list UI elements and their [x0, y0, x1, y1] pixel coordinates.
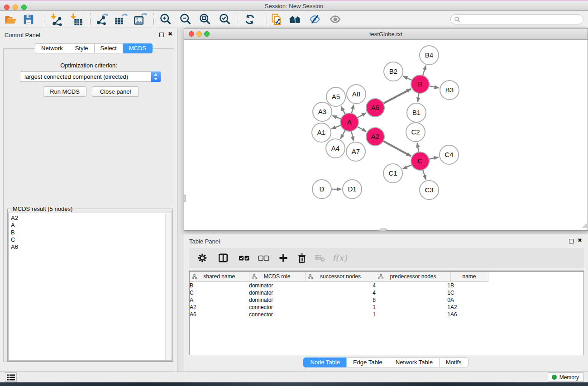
- node-table[interactable]: shared nameMCDS rolesuccessor nodesprede…: [189, 271, 584, 355]
- table-cell[interactable]: B: [190, 281, 249, 289]
- table-cell[interactable]: 1: [376, 304, 450, 311]
- graph-edge-C-C2[interactable]: [417, 143, 419, 152]
- graph-edge-C-C3[interactable]: [423, 170, 426, 180]
- close-table-panel-icon[interactable]: ✖: [578, 237, 582, 243]
- result-list-item[interactable]: A6: [11, 243, 165, 251]
- graph-node-A5[interactable]: A5: [326, 87, 345, 106]
- table-cell[interactable]: A2: [450, 304, 488, 311]
- graph-edge-A-A3[interactable]: [332, 116, 341, 119]
- graph-edge-A-A6[interactable]: [357, 113, 366, 118]
- graph-edge-A2-C[interactable]: [383, 141, 411, 156]
- column-header-shared-name[interactable]: shared name: [190, 272, 249, 281]
- tab-select[interactable]: Select: [94, 43, 123, 53]
- table-cell[interactable]: 1: [376, 311, 450, 318]
- vertical-scroll-handle[interactable]: [184, 195, 186, 202]
- delete-column-trash-icon[interactable]: [297, 253, 306, 263]
- graph-edge-B-B4[interactable]: [423, 66, 426, 76]
- close-panel-icon[interactable]: ✖: [168, 31, 172, 37]
- horizontal-scroll-handle[interactable]: [380, 229, 387, 231]
- table-cell[interactable]: dominator: [249, 296, 305, 304]
- float-table-panel-icon[interactable]: [569, 239, 574, 243]
- graph-node-B1[interactable]: B1: [407, 103, 426, 122]
- resize-grip-icon[interactable]: [581, 222, 587, 230]
- task-history-button[interactable]: [5, 372, 17, 382]
- graph-node-A2[interactable]: A2: [366, 128, 384, 146]
- table-cell[interactable]: 4: [305, 289, 376, 296]
- network-window-titlebar[interactable]: testGlobe.txt: [184, 29, 588, 40]
- graph-node-C2[interactable]: C2: [406, 123, 425, 142]
- import-table-icon[interactable]: [69, 12, 84, 27]
- graph-node-C3[interactable]: C3: [420, 181, 439, 200]
- show-all-eye-icon[interactable]: [327, 12, 343, 27]
- tab-mcds[interactable]: MCDS: [123, 43, 153, 53]
- graph-edge-B-B2[interactable]: [403, 76, 412, 80]
- graph-node-B2[interactable]: B2: [384, 62, 403, 81]
- graph-edge-A-A5[interactable]: [341, 106, 345, 114]
- criterion-select[interactable]: largest connected component (directed): [20, 71, 161, 82]
- result-scrollbar[interactable]: [165, 213, 172, 360]
- column-header-MCDS-role[interactable]: MCDS role: [249, 272, 305, 281]
- deselect-all-checks-icon[interactable]: [258, 253, 269, 263]
- open-session-icon[interactable]: [3, 12, 18, 27]
- table-cell[interactable]: connector: [249, 311, 305, 318]
- tab-style[interactable]: Style: [69, 43, 95, 53]
- graph-node-A6[interactable]: A6: [366, 99, 384, 117]
- graph-node-B3[interactable]: B3: [440, 81, 459, 100]
- graph-node-B[interactable]: B: [411, 75, 429, 93]
- split-column-icon[interactable]: [218, 253, 229, 263]
- result-list-item[interactable]: A2: [11, 214, 165, 222]
- graph-edge-C-C4[interactable]: [429, 157, 439, 159]
- table-cell[interactable]: A: [450, 296, 488, 304]
- tab-edge-table[interactable]: Edge Table: [346, 357, 389, 367]
- zoom-in-icon[interactable]: [158, 12, 173, 27]
- export-network-icon[interactable]: [94, 12, 110, 27]
- table-cell[interactable]: A6: [450, 311, 488, 318]
- graph-node-A3[interactable]: A3: [313, 102, 332, 121]
- memory-button[interactable]: Memory: [548, 372, 584, 382]
- add-column-plus-icon[interactable]: [278, 253, 288, 263]
- float-panel-icon[interactable]: [159, 33, 164, 37]
- table-cell[interactable]: 4: [305, 281, 376, 289]
- result-list-item[interactable]: B: [11, 229, 165, 236]
- column-header-predecessor-nodes[interactable]: predecessor nodes: [376, 272, 450, 281]
- column-header-name[interactable]: name: [450, 272, 488, 281]
- table-cell[interactable]: 1: [305, 304, 376, 311]
- tab-motifs[interactable]: Motifs: [439, 357, 468, 367]
- table-cell[interactable]: 1: [305, 311, 376, 318]
- table-cell[interactable]: 0: [376, 296, 450, 304]
- graph-edge-A-A7[interactable]: [351, 131, 354, 141]
- refresh-icon[interactable]: [242, 12, 258, 27]
- export-table-icon[interactable]: [113, 12, 129, 27]
- run-mcds-button[interactable]: Run MCDS: [43, 86, 86, 97]
- table-cell[interactable]: A2: [190, 304, 249, 311]
- close-panel-button[interactable]: Close panel: [92, 86, 139, 97]
- table-row[interactable]: Cdominator41C: [190, 289, 584, 296]
- table-row[interactable]: Bdominator41B: [190, 281, 584, 289]
- table-row[interactable]: Adominator80A: [190, 296, 584, 304]
- home-icon[interactable]: [287, 12, 303, 27]
- graph-node-B4[interactable]: B4: [420, 46, 439, 65]
- graph-node-A4[interactable]: A4: [326, 139, 345, 158]
- hide-selected-eye-slash-icon[interactable]: [307, 12, 322, 27]
- graph-edge-C-C1[interactable]: [403, 165, 412, 169]
- table-row[interactable]: A2connector11A2: [190, 304, 584, 311]
- table-cell[interactable]: 1: [376, 281, 450, 289]
- save-session-icon[interactable]: [21, 12, 36, 27]
- zoom-fit-icon[interactable]: [197, 12, 213, 27]
- network-canvas[interactable]: B4B2BB3A8A5A6A3B1AA1C2A2A4A7C4CC1C3DD1: [184, 40, 588, 230]
- table-cell[interactable]: A: [190, 296, 249, 304]
- table-cell[interactable]: C: [450, 289, 488, 296]
- tab-network[interactable]: Network: [35, 43, 69, 53]
- table-cell[interactable]: 8: [305, 296, 376, 304]
- graph-node-A8[interactable]: A8: [347, 85, 366, 104]
- table-options-gear-icon[interactable]: [197, 253, 208, 263]
- graph-edge-B-B1[interactable]: [418, 93, 419, 102]
- graph-node-A[interactable]: A: [340, 113, 359, 131]
- graph-edge-A-A4[interactable]: [340, 130, 345, 139]
- zoom-out-icon[interactable]: [178, 12, 193, 27]
- tab-network-table[interactable]: Network Table: [389, 357, 440, 367]
- graph-edge-A6-B[interactable]: [383, 89, 411, 104]
- graph-node-D1[interactable]: D1: [343, 180, 362, 199]
- import-network-icon[interactable]: [49, 12, 64, 27]
- graph-node-A7[interactable]: A7: [346, 142, 365, 161]
